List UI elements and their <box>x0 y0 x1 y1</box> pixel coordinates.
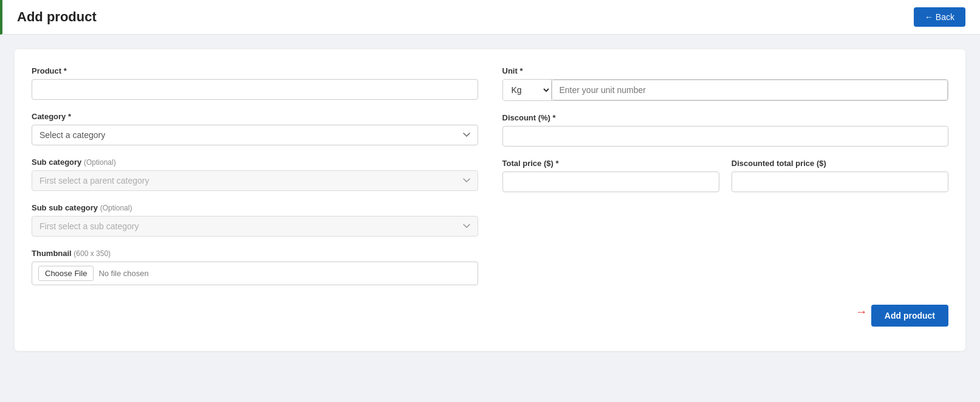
total-price-group: Total price ($) * 0 <box>502 159 719 192</box>
unit-select[interactable]: Kg g L mL pcs <box>503 80 552 100</box>
back-button[interactable]: ← Back <box>914 7 965 27</box>
sub-category-label: Sub category (Optional) <box>32 158 478 167</box>
unit-row: Kg g L mL pcs <box>502 79 949 101</box>
form-card: Product * Category * Select a category <box>15 49 965 351</box>
sub-sub-category-label: Sub sub category (Optional) <box>32 203 478 212</box>
no-file-text: No file chosen <box>98 269 148 278</box>
discounted-total-group: Discounted total price ($) 0 <box>732 159 948 192</box>
page-title: Add product <box>17 9 97 25</box>
thumbnail-group: Thumbnail (600 x 350) Choose File No fil… <box>32 249 478 285</box>
discount-label: Discount (%) * <box>502 113 949 122</box>
sub-sub-category-group: Sub sub category (Optional) First select… <box>32 203 478 237</box>
product-input[interactable] <box>32 79 478 100</box>
unit-label: Unit * <box>502 66 949 75</box>
product-group: Product * <box>32 66 478 100</box>
category-select[interactable]: Select a category <box>32 125 478 145</box>
discount-group: Discount (%) * 0 <box>502 113 949 147</box>
price-row: Total price ($) * 0 Discounted total pri… <box>502 159 949 192</box>
discounted-total-input[interactable]: 0 <box>732 172 948 192</box>
page-header: Add product ← Back <box>0 0 980 35</box>
content-area: Product * Category * Select a category <box>0 35 980 402</box>
total-price-label: Total price ($) * <box>502 159 719 168</box>
left-section: Product * Category * Select a category <box>32 66 478 285</box>
total-price-input[interactable]: 0 <box>502 172 719 192</box>
add-product-button[interactable]: Add product <box>871 305 948 327</box>
thumbnail-input-wrapper: Choose File No file chosen <box>32 262 478 285</box>
discounted-total-label: Discounted total price ($) <box>732 159 948 168</box>
category-label: Category * <box>32 112 478 121</box>
thumbnail-label: Thumbnail (600 x 350) <box>32 249 478 258</box>
product-label: Product * <box>32 66 478 75</box>
choose-file-button[interactable]: Choose File <box>38 266 94 281</box>
discount-input[interactable]: 0 <box>502 126 949 147</box>
unit-group: Unit * Kg g L mL pcs <box>502 66 949 101</box>
form-bottom: → Add product <box>32 305 948 327</box>
sub-category-group: Sub category (Optional) First select a p… <box>32 158 478 191</box>
sub-category-select[interactable]: First select a parent category <box>32 170 478 191</box>
right-section: Unit * Kg g L mL pcs <box>502 66 949 285</box>
sub-sub-category-select[interactable]: First select a sub category <box>32 216 478 237</box>
unit-number-input[interactable] <box>552 80 948 100</box>
category-group: Category * Select a category <box>32 112 478 145</box>
arrow-icon: → <box>855 305 868 327</box>
